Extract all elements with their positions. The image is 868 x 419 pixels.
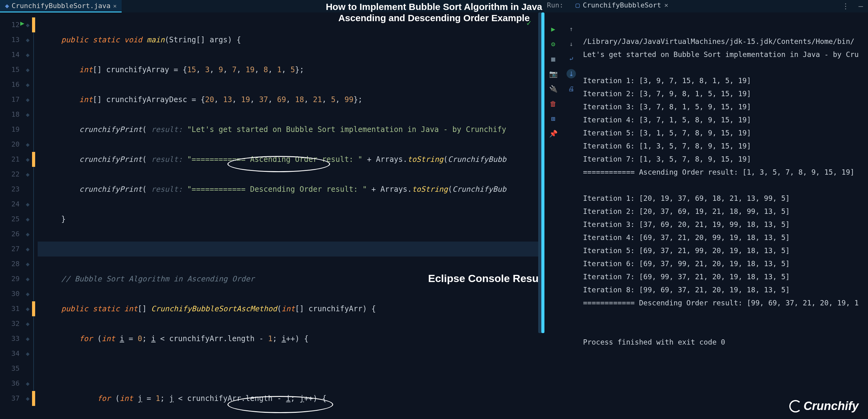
more-icon[interactable]: ⋮	[842, 2, 849, 10]
console-line: Iteration 6: [69, 37, 99, 21, 20, 19, 18…	[583, 260, 790, 268]
bookmark-icon[interactable]: ◆	[23, 18, 32, 32]
console-line: Iteration 6: [1, 3, 5, 7, 8, 9, 15, 19]	[583, 142, 751, 150]
bookmark-icon[interactable]: ◆	[23, 227, 32, 242]
console-line: Iteration 3: [3, 7, 8, 1, 5, 9, 15, 19]	[583, 103, 751, 111]
code-line[interactable]: public static void main(String[] args) {	[38, 32, 544, 47]
wrap-icon[interactable]: ⤶	[566, 54, 576, 63]
scroll-icon[interactable]: ⤓	[566, 69, 576, 79]
line-number: 27	[0, 242, 23, 257]
line-number: 31	[0, 301, 23, 316]
bookmark-icon[interactable]: ◆	[23, 331, 32, 346]
stop-icon[interactable]: ■	[549, 54, 558, 63]
code-line[interactable]: for (int i = 0; i < crunchifyArr.length …	[38, 331, 544, 346]
minimize-icon[interactable]: —	[859, 2, 863, 10]
rerun-icon[interactable]: ▶	[549, 24, 558, 34]
console-line: Iteration 8: [99, 69, 37, 21, 20, 19, 18…	[583, 286, 790, 294]
code-line[interactable]: int[] crunchifyArrayDesc = {20, 13, 19, …	[38, 92, 544, 107]
line-number: 19	[0, 122, 23, 137]
pin-icon[interactable]: 📌	[549, 129, 558, 138]
line-number: 18	[0, 107, 23, 122]
line-number: 25	[0, 212, 23, 227]
run-config-name: CrunchifyBubbleSort	[583, 1, 661, 9]
code-line[interactable]: int[] crunchifyArray = {15, 3, 9, 7, 19,…	[38, 62, 544, 77]
crunchify-watermark: Crunchify	[789, 399, 859, 413]
bookmark-icon[interactable]: ◆	[23, 376, 32, 391]
run-config-tab[interactable]: ▢ CrunchifyBubbleSort ×	[576, 1, 668, 9]
bookmark-icon[interactable]: ◆	[23, 391, 32, 406]
code-line[interactable]: for (int j = 1; j < crunchifyArr.length …	[38, 391, 544, 406]
line-number: 30	[0, 287, 23, 301]
camera-icon[interactable]: 📷	[549, 69, 558, 79]
code-line[interactable]	[38, 361, 544, 376]
bookmark-icon[interactable]: ◆	[23, 212, 32, 227]
bookmark-icon[interactable]: ◆	[23, 137, 32, 152]
print-icon[interactable]: 🖨	[566, 84, 576, 93]
code-line[interactable]: @ public static int[] CrunchifyBubbleSor…	[38, 301, 544, 316]
delete-icon[interactable]: 🗑	[549, 99, 558, 108]
down-arrow-icon[interactable]: ↓	[566, 39, 576, 49]
console-line: Iteration 4: [69, 37, 21, 20, 99, 19, 18…	[583, 234, 790, 242]
console-line: Iteration 1: [20, 19, 37, 69, 18, 21, 13…	[583, 194, 790, 202]
bookmark-icon[interactable]: ◆	[23, 152, 32, 167]
close-tab-icon[interactable]: ×	[113, 2, 117, 10]
scrollbar-highlight	[541, 12, 545, 333]
code-line[interactable]: crunchifyPrint( result: "============ As…	[38, 152, 544, 167]
line-number: 15	[0, 62, 23, 77]
tab-bar: ◆ CrunchifyBubbleSort.java ×	[0, 0, 868, 12]
bookmark-icon[interactable]: ◆	[23, 287, 32, 301]
bookmark-icon[interactable]: ◆	[23, 242, 32, 257]
bookmark-icon[interactable]: ◆	[23, 346, 32, 361]
crunchify-logo-icon	[789, 400, 802, 413]
console-line: Iteration 7: [1, 3, 5, 7, 8, 9, 15, 19]	[583, 155, 751, 163]
bookmark-icon[interactable]: ◆	[23, 257, 32, 271]
line-number: 28	[0, 257, 23, 271]
bookmark-icon[interactable]: ◆	[23, 32, 32, 47]
layout-icon[interactable]: ⊞	[549, 114, 558, 123]
line-number: 13	[0, 32, 23, 47]
file-tab[interactable]: ◆ CrunchifyBubbleSort.java ×	[0, 0, 122, 12]
fold-gutter	[32, 12, 38, 419]
editor-scrollbar[interactable]	[538, 12, 546, 333]
bookmark-icon[interactable]: ◆	[23, 107, 32, 122]
code-line[interactable]: crunchifyPrint( result: "============ De…	[38, 182, 544, 197]
bookmark-icon[interactable]: ◆	[23, 62, 32, 77]
console-line: Iteration 1: [3, 9, 7, 15, 8, 1, 5, 19]	[583, 77, 751, 85]
bookmark-icon[interactable]: ◆	[23, 271, 32, 287]
line-number: 20	[0, 137, 23, 152]
line-number: 32	[0, 316, 23, 331]
run-panel: ▶ ⚙ ■ 📷 🔌 🗑 ⊞ 📌 ↑ ↓ ⤶ ⤓ 🖨 /Library/Java/…	[544, 12, 868, 419]
close-run-tab-icon[interactable]: ×	[664, 1, 668, 9]
up-arrow-icon[interactable]: ↑	[566, 24, 576, 34]
line-number: 34	[0, 346, 23, 361]
bookmark-icon[interactable]: ◆	[23, 197, 32, 212]
marker-gutter: ◆ ◆ ◆ ◆ ◆ ◆ ◆ ◆ ◆ ◆ ◆ ◆ ◆ ◆ ◆ ◆ ◆ ◆ ◆ ◆ …	[23, 12, 32, 419]
bookmark-icon[interactable]: ◆	[23, 167, 32, 182]
settings-icon[interactable]: ⚙	[549, 39, 558, 49]
code-line[interactable]: }	[38, 212, 544, 227]
code-line[interactable]: crunchifyPrint( result: "Let's get start…	[38, 122, 544, 137]
console-line: Iteration 2: [20, 37, 69, 19, 21, 18, 99…	[583, 207, 790, 215]
bookmark-icon[interactable]: ◆	[23, 301, 32, 316]
bookmark-icon[interactable]: ◆	[23, 92, 32, 107]
run-toolbar-right: ↑ ↓ ⤶ ⤓ 🖨	[562, 22, 580, 419]
code-editor[interactable]: public static void main(String[] args) {…	[38, 12, 544, 419]
bookmark-icon[interactable]: ◆	[23, 77, 32, 92]
toolbar-right: ⋮ —	[842, 2, 863, 10]
line-number: 14	[0, 47, 23, 62]
bookmark-icon[interactable]: ◆	[23, 47, 32, 62]
code-line-current[interactable]	[38, 242, 544, 257]
console-line: ============ Ascending Order result: [1,…	[583, 168, 854, 176]
console-line: ============ Descending Order result: [9…	[583, 299, 859, 307]
console-output[interactable]: /Library/Java/JavaVirtualMachines/jdk-15…	[580, 22, 868, 419]
java-icon: ◆	[5, 2, 9, 10]
console-line: Iteration 2: [3, 7, 9, 8, 1, 5, 15, 19]	[583, 90, 751, 98]
line-number: 26	[0, 227, 23, 242]
plug-icon[interactable]: 🔌	[549, 84, 558, 93]
watermark-text: Crunchify	[804, 399, 859, 413]
line-number: 16	[0, 77, 23, 92]
bookmark-icon[interactable]: ◆	[23, 316, 32, 331]
console-line: Iteration 3: [37, 69, 20, 21, 19, 99, 18…	[583, 220, 790, 229]
line-number: 22	[0, 167, 23, 182]
line-number: 24	[0, 197, 23, 212]
line-number: 21	[0, 152, 23, 167]
